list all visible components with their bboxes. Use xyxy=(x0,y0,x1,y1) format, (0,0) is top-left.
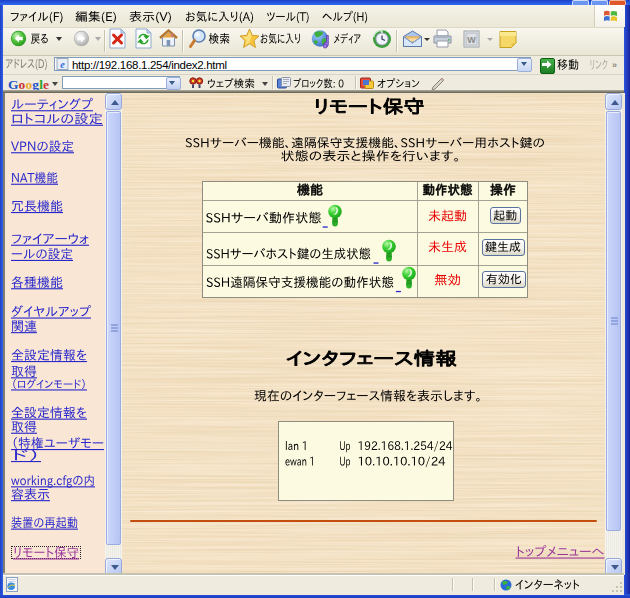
svg-text:e: e xyxy=(60,59,65,70)
svg-text:W: W xyxy=(467,35,476,45)
